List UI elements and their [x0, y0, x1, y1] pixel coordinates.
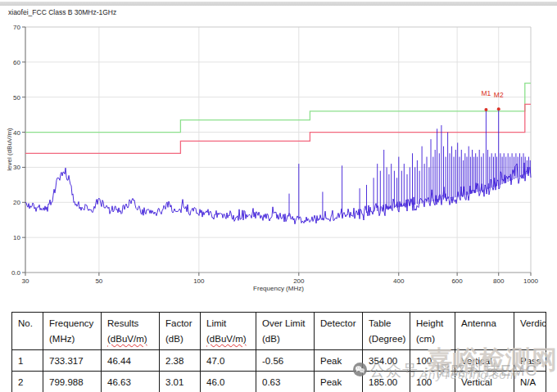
y-tick-label: 50 — [13, 94, 20, 101]
column-header-verdict: Verdict — [514, 313, 546, 350]
table-cell: 46.0 — [201, 372, 256, 392]
column-header-height: Height(cm) — [410, 313, 455, 350]
table-cell: 46.44 — [102, 350, 160, 372]
x-tick-label: 400 — [393, 277, 405, 285]
table-cell: Vertical — [455, 372, 514, 392]
table-cell: 47.0 — [201, 350, 256, 372]
x-tick-label: 30 — [22, 277, 29, 285]
y-tick-label: 20 — [13, 199, 20, 206]
y-tick-label: 10 — [13, 234, 20, 241]
y-axis-label: level (dBuV/m) — [6, 113, 13, 187]
column-header-no-: No. — [12, 313, 43, 350]
table-cell: 733.317 — [43, 350, 102, 372]
table-cell: 799.988 — [43, 372, 102, 392]
emc-test-report-page: { "chart_data": { "type": "line", "title… — [0, 0, 557, 392]
x-tick-label: 1000 — [523, 277, 538, 285]
x-tick-label: 200 — [293, 277, 305, 285]
peak-trace — [25, 109, 531, 224]
emission-spectrum-chart: 0.01020304050607030501002004006008001000… — [0, 0, 557, 304]
y-tick-label: 0.0 — [11, 269, 21, 277]
marker-dot-m1 — [484, 108, 487, 111]
table-cell: Peak — [315, 372, 363, 392]
marker-label-m2: M2 — [494, 91, 504, 99]
y-tick-label: 60 — [13, 59, 20, 66]
table-cell: Pass — [514, 350, 546, 372]
column-header-frequency: Frequency(MHz) — [43, 313, 102, 350]
x-tick-label: 100 — [193, 277, 205, 285]
table-cell: 2.38 — [160, 350, 201, 372]
table-cell: 2 — [12, 372, 43, 392]
table-cell: 185.00 — [363, 372, 410, 392]
table-row: 2799.98846.633.0146.00.63Peak185.00100Ve… — [12, 372, 546, 392]
marker-label-m1: M1 — [482, 89, 491, 97]
fcc-class-b-limit-line — [25, 83, 531, 133]
column-header-results: Results(dBuV/m) — [102, 313, 160, 350]
table-header-row: No. Frequency(MHz)Results(dBuV/m)Factor(… — [12, 313, 546, 350]
table-cell: 354.00 — [363, 350, 410, 372]
table-cell: 1 — [12, 350, 43, 372]
y-tick-label: 30 — [13, 164, 20, 171]
table-cell: Vertical — [455, 350, 514, 372]
column-header-antenna: Antenna — [455, 313, 514, 350]
table-cell: 3.01 — [160, 372, 201, 392]
x-tick-label: 50 — [95, 277, 102, 285]
column-header-detector: Detector — [315, 313, 363, 350]
column-header-factor: Factor(dB) — [160, 313, 201, 350]
x-tick-label: 600 — [451, 277, 463, 285]
table-row: 1733.31746.442.3847.0-0.56Peak354.00100V… — [12, 350, 546, 372]
table-cell: 100 — [410, 372, 455, 392]
table-cell: 46.63 — [102, 372, 160, 392]
marker-dot-m2 — [497, 107, 500, 110]
column-header-over-limit: Over Limit(dB) — [256, 313, 315, 350]
table-cell: N/A — [514, 372, 546, 392]
x-tick-label: 800 — [493, 277, 505, 285]
table-cell: 100 — [410, 350, 455, 372]
table-cell: -0.56 — [256, 350, 315, 372]
y-tick-label: 70 — [13, 24, 20, 31]
y-tick-label: 40 — [13, 129, 20, 137]
column-header-limit: Limit(dBuV/m) — [201, 313, 256, 350]
column-header-table: Table(Degree) — [363, 313, 410, 350]
x-axis-label: Frequency (MHz) — [209, 285, 348, 292]
table-cell: 0.63 — [256, 372, 315, 392]
table-cell: Peak — [315, 350, 363, 372]
results-table: No. Frequency(MHz)Results(dBuV/m)Factor(… — [11, 312, 546, 392]
